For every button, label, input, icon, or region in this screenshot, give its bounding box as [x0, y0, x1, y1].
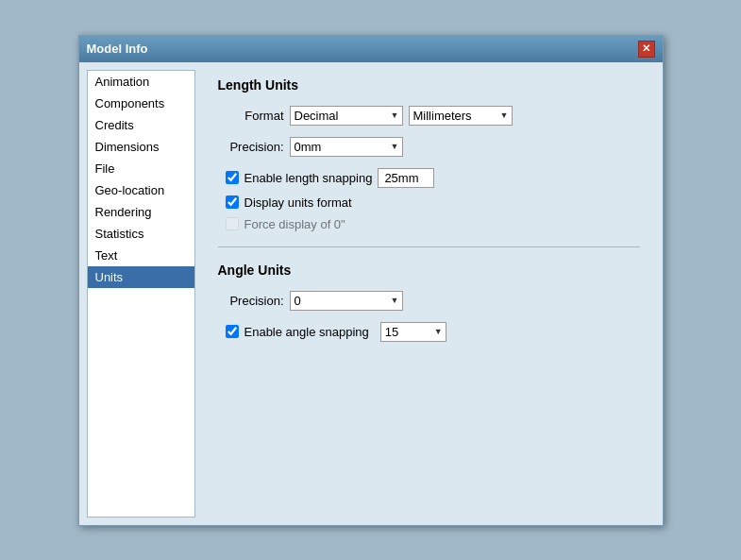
title-bar: Model Info ✕: [79, 36, 663, 62]
dialog-title: Model Info: [87, 42, 148, 56]
length-snapping-row: Enable length snapping: [226, 168, 640, 188]
sidebar-item-animation[interactable]: Animation: [88, 71, 194, 93]
force-display-checkbox: [226, 217, 239, 230]
unit-select[interactable]: MillimetersCentimetersMetersInchesFeet: [409, 106, 513, 126]
format-select-wrapper[interactable]: DecimalArchitecturalEngineeringFractiona…: [290, 106, 403, 126]
sidebar: AnimationComponentsCreditsDimensionsFile…: [87, 70, 195, 518]
sidebar-item-file[interactable]: File: [88, 158, 194, 179]
sidebar-item-text[interactable]: Text: [88, 245, 194, 266]
precision-select[interactable]: 0mm0.0mm0.00mm0.000mm0.0000mm: [290, 137, 403, 157]
angle-snapping-checkbox[interactable]: [226, 325, 239, 338]
sidebar-item-components[interactable]: Components: [88, 93, 194, 114]
dialog-body: AnimationComponentsCreditsDimensionsFile…: [79, 62, 663, 525]
sidebar-item-statistics[interactable]: Statistics: [88, 223, 194, 245]
angle-snapping-label: Enable angle snapping: [244, 325, 369, 339]
format-row: Format DecimalArchitecturalEngineeringFr…: [218, 106, 640, 126]
angle-precision-select[interactable]: 00.00.000.000: [290, 291, 403, 311]
force-display-row: Force display of 0": [226, 217, 640, 231]
unit-select-wrapper[interactable]: MillimetersCentimetersMetersInchesFeet: [409, 106, 513, 126]
display-units-row: Display units format: [226, 195, 640, 210]
sidebar-item-geo-location[interactable]: Geo-location: [88, 179, 194, 201]
close-button[interactable]: ✕: [638, 41, 655, 58]
display-units-checkbox[interactable]: [226, 195, 239, 209]
angle-precision-label: Precision:: [218, 294, 284, 308]
content-panel: Length Units Format DecimalArchitectural…: [203, 70, 655, 518]
length-units-title: Length Units: [218, 77, 640, 93]
precision-row: Precision: 0mm0.0mm0.00mm0.000mm0.0000mm: [218, 137, 640, 157]
force-display-label: Force display of 0": [244, 217, 345, 231]
length-snap-input[interactable]: [378, 168, 434, 188]
sidebar-item-credits[interactable]: Credits: [88, 114, 194, 136]
angle-snapping-row: Enable angle snapping 151015304590: [226, 322, 640, 342]
angle-precision-row: Precision: 00.00.000.000: [218, 291, 640, 311]
angle-snap-select[interactable]: 151015304590: [380, 322, 446, 342]
format-select[interactable]: DecimalArchitecturalEngineeringFractiona…: [290, 106, 403, 126]
display-units-label: Display units format: [244, 195, 352, 210]
format-label: Format: [218, 109, 284, 123]
angle-precision-select-wrapper[interactable]: 00.00.000.000: [290, 291, 403, 311]
length-snapping-label: Enable length snapping: [244, 171, 373, 185]
model-info-dialog: Model Info ✕ AnimationComponentsCreditsD…: [78, 35, 664, 526]
precision-label: Precision:: [218, 140, 284, 154]
section-divider: [218, 246, 640, 247]
sidebar-item-rendering[interactable]: Rendering: [88, 201, 194, 223]
sidebar-item-units[interactable]: Units: [88, 266, 194, 288]
length-snapping-checkbox[interactable]: [226, 171, 239, 184]
angle-snap-select-wrapper[interactable]: 151015304590: [380, 322, 446, 342]
precision-select-wrapper[interactable]: 0mm0.0mm0.00mm0.000mm0.0000mm: [290, 137, 403, 157]
angle-units-title: Angle Units: [218, 263, 640, 278]
sidebar-item-dimensions[interactable]: Dimensions: [88, 136, 194, 158]
